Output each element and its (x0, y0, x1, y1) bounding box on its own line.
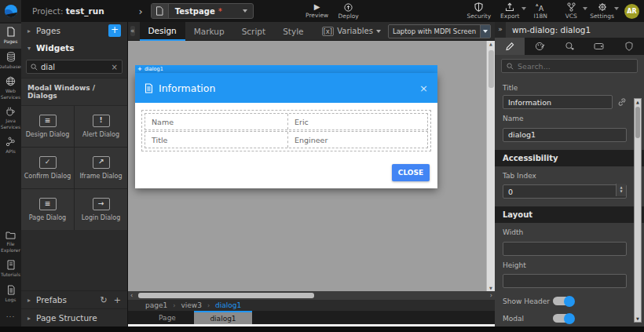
widget-alert-dialog[interactable]: ! Alert Dialog (75, 106, 127, 147)
collapse-left-panel-button[interactable]: « (130, 26, 135, 36)
dialog-close-button[interactable]: CLOSE (392, 164, 430, 181)
widget-search-box: × (26, 60, 123, 74)
widget-confirm-dialog[interactable]: ✓ Confirm Dialog (21, 148, 74, 188)
scroll-up-icon[interactable]: ▲ (489, 42, 492, 46)
rail-item-logs[interactable]: Logs (0, 282, 21, 307)
widget-design-dialog[interactable]: ≡ Design Dialog (21, 106, 74, 147)
bind-link-icon[interactable] (617, 97, 627, 107)
scroll-down-icon[interactable]: ▼ (636, 316, 639, 321)
widget-iframe-dialog[interactable]: ↗ Iframe Dialog (75, 148, 127, 188)
properties-search-input[interactable] (518, 62, 632, 71)
bottom-tab-page[interactable]: Page (141, 311, 194, 324)
properties-tab-bar (495, 38, 644, 55)
show-header-toggle[interactable] (553, 297, 574, 305)
widgets-accordion-header[interactable]: ▾ Widgets (21, 39, 127, 57)
iframe-dialog-icon: ↗ (93, 156, 110, 169)
number-stepper[interactable]: ▲ ▼ (616, 184, 626, 196)
tab-properties[interactable] (495, 38, 525, 55)
height-field-input[interactable] (503, 274, 627, 288)
add-page-button[interactable]: + (108, 24, 121, 37)
scrollbar-thumb[interactable] (635, 107, 640, 138)
scrollbar-thumb[interactable] (138, 293, 314, 298)
tab-security[interactable] (614, 38, 644, 55)
tab-script[interactable]: Script (233, 22, 274, 41)
i18n-button[interactable]: ᴬA I18N (529, 2, 552, 20)
clear-search-icon[interactable]: × (112, 63, 118, 71)
breadcrumb-dialog1[interactable]: dialog1 (215, 301, 241, 309)
tab-index-input[interactable] (503, 184, 627, 199)
export-label: Export (500, 13, 520, 20)
scroll-down-icon[interactable]: ▼ (489, 286, 492, 290)
dialog-close-icon[interactable]: × (419, 82, 428, 94)
scroll-right-icon[interactable]: › (490, 292, 492, 299)
rail-item-file-explorer[interactable]: File Explorer (0, 228, 21, 257)
rail-label: APIs (5, 148, 16, 155)
modal-toggle[interactable] (553, 314, 574, 323)
bottom-edge-bar (0, 327, 644, 332)
refresh-prefabs-icon[interactable]: ↻ (101, 295, 108, 305)
export-button[interactable]: Export (498, 2, 521, 20)
canvas-horizontal-scrollbar[interactable]: ‹ › (128, 291, 495, 300)
rail-item-apis[interactable]: APIs (0, 133, 21, 159)
tab-design[interactable]: Design (140, 22, 185, 41)
breadcrumb-view3[interactable]: view3 (181, 301, 201, 309)
page-structure-accordion-header[interactable]: ▸ Page Structure (21, 308, 127, 327)
tab-styles[interactable] (525, 38, 554, 55)
width-field-input[interactable] (503, 242, 627, 256)
bottom-tab-dialog1[interactable]: dialog1 (194, 311, 252, 324)
tab-device[interactable] (584, 38, 614, 55)
scroll-up-icon[interactable]: ▲ (636, 100, 639, 104)
settings-button[interactable]: Settings (590, 2, 614, 20)
rail-item-web-services[interactable]: Web Services (0, 73, 21, 104)
search-icon (31, 64, 38, 71)
deploy-button[interactable]: Deploy (337, 3, 360, 20)
user-avatar[interactable]: AR (624, 4, 639, 19)
list-item[interactable]: Title Engineer (145, 131, 428, 148)
widget-label: Design Dialog (26, 131, 70, 138)
pages-accordion-header[interactable]: ▸ Pages + (21, 22, 127, 39)
widget-label: Page Dialog (29, 214, 66, 221)
row-value: Engineer (288, 132, 427, 148)
widget-login-dialog[interactable]: → Login Dialog (75, 189, 127, 230)
scroll-left-icon[interactable]: ‹ (130, 292, 133, 299)
section-accessibility[interactable]: Accessibility (495, 150, 644, 166)
preview-button[interactable]: ▶ Preview (306, 3, 329, 20)
title-field-input[interactable] (503, 95, 613, 109)
variables-dropdown[interactable]: [x] Variables (322, 27, 381, 36)
tab-markup[interactable]: Markup (185, 22, 233, 41)
scrollbar-thumb[interactable] (488, 50, 494, 88)
tab-events[interactable] (554, 38, 584, 55)
properties-scrollbar[interactable]: ▲ ▼ (634, 98, 642, 323)
app-logo[interactable] (0, 0, 21, 22)
design-canvas[interactable]: + dialog1 Information × Name (128, 41, 495, 291)
breadcrumb-page1[interactable]: page1 (145, 301, 167, 309)
rail-item-tutorials[interactable]: Tutorials (0, 257, 21, 282)
dialog-header[interactable]: Information × (135, 73, 437, 103)
prefabs-accordion-header[interactable]: ▸ Prefabs ↻ + (21, 290, 127, 308)
canvas-vertical-scrollbar[interactable]: ▲ ▼ (486, 41, 495, 291)
dialog-widget-wrapper: + dialog1 Information × Name (135, 65, 437, 188)
properties-search-box (501, 59, 638, 73)
name-field-input[interactable] (503, 128, 627, 142)
rail-item-databases[interactable]: Databases (0, 49, 21, 74)
tab-style[interactable]: Style (274, 22, 312, 41)
vcs-button[interactable]: VCS (559, 2, 583, 20)
dialog1-widget[interactable]: Information × Name Eric Title (135, 73, 437, 188)
widget-search-input[interactable] (41, 63, 108, 71)
add-prefab-icon[interactable]: + (114, 295, 121, 305)
selected-widget-tag[interactable]: + dialog1 (135, 65, 437, 73)
page-selector-dropdown[interactable]: Testpage * (151, 3, 254, 19)
security-button[interactable]: Security (467, 2, 491, 20)
rail-more-button[interactable]: ... (6, 306, 16, 327)
page-structure-label: Page Structure (36, 313, 97, 323)
rail-item-java-services[interactable]: Java Services (0, 104, 21, 133)
widget-page-dialog[interactable]: ≡ Page Dialog (21, 189, 74, 230)
list-item[interactable]: Name Eric (145, 113, 428, 130)
stepper-down-icon[interactable]: ▼ (620, 190, 622, 193)
globe-icon (5, 76, 16, 86)
section-layout[interactable]: Layout (495, 206, 644, 223)
rail-item-pages[interactable]: Pages (0, 24, 21, 49)
expand-right-panel-button[interactable]: » (495, 22, 506, 38)
device-preview-select[interactable]: Laptop with MDPI Screen (388, 24, 491, 38)
page-icon (152, 4, 169, 18)
